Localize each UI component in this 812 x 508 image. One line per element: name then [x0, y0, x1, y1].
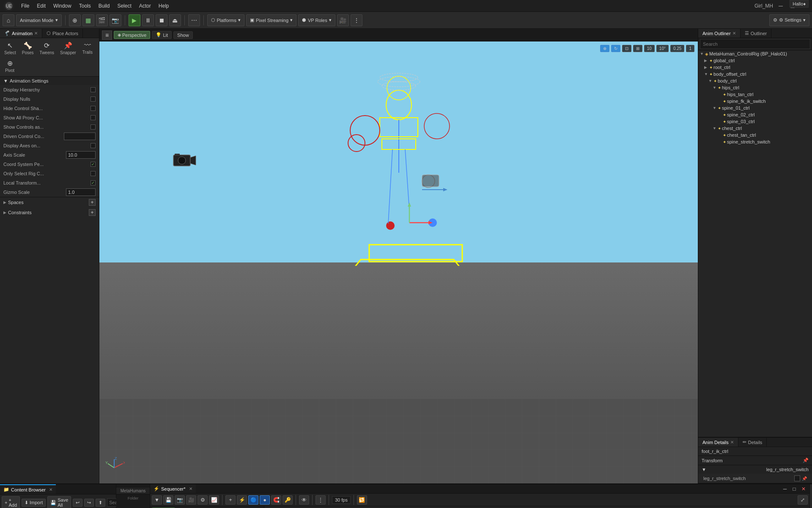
tab-anim-details[interactable]: Anim Details ✕: [698, 438, 738, 447]
lit-button[interactable]: 💡 Lit: [152, 31, 172, 39]
spaces-add-button[interactable]: +: [89, 199, 96, 206]
home-button[interactable]: ⌂: [3, 14, 14, 26]
vp-grid-size-button[interactable]: 10: [644, 45, 655, 52]
tab-animation[interactable]: 🦿 Animation ✕: [0, 29, 42, 38]
menu-help[interactable]: Help: [155, 2, 173, 10]
seq-close-button[interactable]: ✕: [799, 485, 808, 493]
tree-item-chest-ctrl[interactable]: ▼ ✦ chest_ctrl: [698, 125, 812, 132]
perspective-button[interactable]: ◈ Perspective: [114, 31, 150, 39]
tab-content-browser[interactable]: 📁 Content Browser ✕: [0, 484, 56, 494]
vp-snap-button[interactable]: 0.25: [670, 45, 684, 52]
content-browser-close[interactable]: ✕: [49, 487, 52, 492]
tab-anim-outliner[interactable]: Anim Outliner ✕: [698, 29, 741, 38]
cb-forward-button[interactable]: ↪: [84, 499, 94, 507]
vp-rotate-button[interactable]: ↻: [611, 45, 620, 52]
seq-settings-btn[interactable]: ⚙: [198, 495, 208, 505]
tree-item-global-ctrl[interactable]: ▶ ✦ global_ctrl: [698, 57, 812, 64]
cb-save-all-button[interactable]: 💾 Save All: [47, 496, 71, 508]
constraints-add-button[interactable]: +: [89, 209, 96, 216]
detail-leg-stretch-checkbox[interactable]: [794, 475, 800, 481]
tree-root-item[interactable]: ▼ ◈ MetaHuman_ControlRig (BP_Halo01): [698, 50, 812, 57]
tree-item-hips-ctrl[interactable]: ▼ ✦ hips_ctrl: [698, 84, 812, 91]
show-button[interactable]: Show: [173, 31, 193, 39]
seq-view-btn[interactable]: 👁: [299, 495, 309, 505]
trails-tool[interactable]: 〰 Trails: [80, 40, 96, 57]
anim-outliner-close[interactable]: ✕: [732, 31, 736, 36]
platforms-button[interactable]: ⬡ Platforms ▾: [207, 14, 244, 26]
tab-sequencer[interactable]: ⚡ Sequencer* ✕: [150, 484, 196, 493]
detail-leg-stretch-pin[interactable]: 📌: [802, 476, 807, 481]
add-content-button[interactable]: ⊕: [69, 14, 81, 26]
tab-place-actors[interactable]: ⬡ Place Actors: [42, 29, 83, 38]
detail-leg-stretch-header[interactable]: ▼ leg_r_stretch_switch: [698, 465, 812, 474]
setting-checkbox-coord-system[interactable]: [91, 162, 96, 167]
setting-checkbox-hide-control[interactable]: [91, 106, 96, 111]
cb-import-button[interactable]: ⬇ Import: [22, 499, 46, 507]
tree-item-hips-tan-ctrl[interactable]: ▶ ✦ hips_tan_ctrl: [698, 91, 812, 98]
menu-edit[interactable]: Edit: [33, 2, 49, 10]
anim-details-close[interactable]: ✕: [730, 440, 734, 444]
detail-transform-pin[interactable]: 📌: [803, 458, 809, 463]
setting-checkbox-display-axes[interactable]: [91, 143, 96, 148]
animation-tab-close[interactable]: ✕: [34, 31, 38, 36]
menu-window[interactable]: Window: [50, 2, 75, 10]
detail-transform-header[interactable]: Transform 📌: [698, 456, 812, 465]
pause-button[interactable]: ⏸: [142, 14, 154, 26]
setting-input-axis-scale[interactable]: [66, 151, 96, 159]
menu-select[interactable]: Select: [114, 2, 134, 10]
tree-item-spine-03-ctrl[interactable]: ▶ ✦ spine_03_ctrl: [698, 118, 812, 125]
seq-auto-key-btn[interactable]: 🔑: [283, 495, 293, 505]
seq-add-track-btn[interactable]: +: [225, 495, 236, 505]
seq-snap-btn[interactable]: 🧲: [271, 495, 281, 505]
seq-maximize-button[interactable]: □: [790, 485, 798, 493]
setting-input-gizmo-scale[interactable]: [66, 188, 96, 196]
vp-angle-button[interactable]: 10°: [656, 45, 669, 52]
right-resize-handle[interactable]: [809, 484, 812, 508]
toolbar-extra-btn[interactable]: ⋮: [351, 14, 362, 26]
minimize-button[interactable]: ─: [776, 2, 785, 10]
tab-details[interactable]: ✏ Details: [738, 438, 767, 447]
sequencer-button[interactable]: 🎬: [96, 14, 108, 26]
constraints-row[interactable]: ▶ Constraints +: [0, 207, 99, 218]
vp-grid-button[interactable]: ⊞: [633, 45, 642, 52]
setting-input-driven-control[interactable]: [64, 133, 96, 140]
seq-expand-btn[interactable]: ⤢: [798, 495, 808, 505]
tree-item-chest-tan-ctrl[interactable]: ▶ ✦ chest_tan_ctrl: [698, 132, 812, 138]
setting-checkbox-local-transform[interactable]: [91, 180, 96, 185]
vp-camera-speed-button[interactable]: 1: [686, 45, 694, 52]
seq-minimize-button[interactable]: ─: [781, 485, 789, 493]
tree-item-spine-01-ctrl[interactable]: ▼ ✦ spine_01_ctrl: [698, 105, 812, 111]
select-tool[interactable]: ↖ Select: [2, 40, 19, 57]
cb-history-button[interactable]: ↩: [73, 499, 82, 507]
hamburger-menu-button[interactable]: ≡: [102, 30, 112, 40]
vp-translate-button[interactable]: ⊕: [600, 45, 609, 52]
setting-checkbox-show-proxy[interactable]: [91, 115, 96, 120]
pixel-streaming-button[interactable]: ▣ Pixel Streaming ▾: [246, 14, 296, 26]
pivot-tool[interactable]: ⊕ Pivot: [2, 58, 18, 75]
toolbar-camera-btn[interactable]: 🎥: [337, 14, 349, 26]
tree-item-body-offset-ctrl[interactable]: ▼ ✦ body_offset_ctrl: [698, 71, 812, 77]
settings-header[interactable]: ▼ Animation Settings: [0, 77, 99, 85]
tree-item-spine-02-ctrl[interactable]: ▶ ✦ spine_02_ctrl: [698, 111, 812, 118]
tab-outliner[interactable]: ☰ Outliner: [741, 29, 772, 38]
seq-camera-btn[interactable]: 📷: [175, 495, 185, 505]
seq-save-btn[interactable]: 💾: [163, 495, 173, 505]
seq-filter-btn[interactable]: ▼: [152, 495, 162, 505]
tree-item-body-ctrl[interactable]: ▼ ✦ body_ctrl: [698, 77, 812, 84]
detail-selected-header[interactable]: foot_r_ik_ctrl: [698, 447, 812, 456]
menu-file[interactable]: File: [18, 2, 33, 10]
animation-mode-button[interactable]: Animation Mode ▾: [16, 14, 62, 26]
vp-roles-button[interactable]: ⬢ VP Roles ▾: [298, 14, 335, 26]
seq-curve-btn[interactable]: 📈: [209, 495, 219, 505]
menu-build[interactable]: Build: [95, 2, 113, 10]
tweens-tool[interactable]: ⟳ Tweens: [37, 40, 57, 57]
viewport[interactable]: ⊕ ↻ ⊡ ⊞ 10 10° 0.25 1 X Y: [99, 41, 698, 483]
settings-button[interactable]: ⚙ ⚙ Settings ▾: [769, 14, 809, 26]
sequencer-close[interactable]: ✕: [189, 486, 192, 491]
play-button[interactable]: ▶: [129, 14, 140, 26]
tree-item-root-ctrl[interactable]: ▶ ✦ root_ctrl: [698, 64, 812, 71]
spaces-row[interactable]: ▶ Spaces +: [0, 197, 99, 207]
seq-event-btn[interactable]: ⚡: [237, 495, 247, 505]
setting-checkbox-display-nulls[interactable]: [91, 97, 96, 102]
outliner-search-input[interactable]: [700, 39, 810, 49]
